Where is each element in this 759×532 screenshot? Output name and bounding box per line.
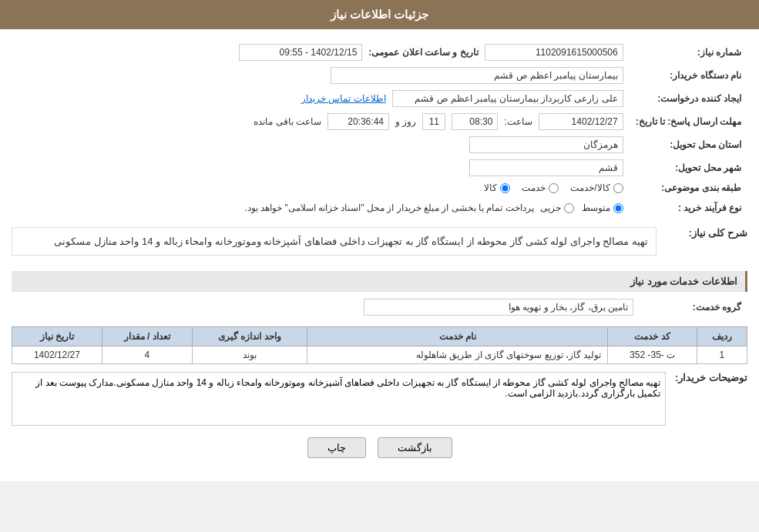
deadline-days: 11 [422, 113, 445, 130]
grid-cell-quantity: 4 [102, 346, 192, 364]
deadline-remaining: 20:36:44 [327, 113, 389, 130]
buyer-desc-section: توضیحات خریدار: [12, 372, 747, 426]
grid-header-qty: تعداد / مقدار [102, 327, 192, 346]
print-button[interactable]: چاپ [307, 437, 366, 458]
buyer-desc-label: توضیحات خریدار: [672, 372, 747, 383]
service-group-table: گروه خدمت: تامین برق، گاز، بخار و تهویه … [12, 296, 747, 319]
grid-header-code: کد خدمت [608, 327, 697, 346]
page-header: جزئیات اطلاعات نیاز [0, 0, 759, 29]
category-radio-kala-khedmat-label: کالا/خدمت [570, 182, 610, 193]
service-group-value: تامین برق، گاز، بخار و تهویه هوا [364, 299, 633, 316]
city-label: شهر محل تحویل: [630, 156, 747, 179]
province-label: استان محل تحویل: [630, 133, 747, 156]
process-radio-jozi-label: جزیی [540, 202, 561, 213]
description-section-title: شرح کلی نیاز: [663, 227, 747, 239]
category-radio-kala-khedmat[interactable]: کالا/خدمت [570, 182, 623, 193]
category-radio-group: کالا/خدمت خدمت کالا [18, 182, 623, 193]
need-number-value: 1102091615000506 [485, 44, 623, 61]
category-radio-khedmat-label: خدمت [522, 182, 546, 193]
buyer-org-value: بیمارستان پیامبر اعظم ص قشم [331, 67, 623, 84]
requester-label: ایجاد کننده درخواست: [630, 87, 747, 110]
buyer-org-label: نام دستگاه خریدار: [630, 64, 747, 87]
grid-header-name: نام خدمت [307, 327, 608, 346]
contact-info-link[interactable]: اطلاعات تماس خریدار [301, 93, 386, 104]
table-row: 1ت -35- 352تولید گاز، توزیع سوختهای گازی… [12, 346, 747, 364]
grid-header-row: ردیف [697, 327, 747, 346]
category-radio-kala-input[interactable] [500, 183, 510, 193]
need-number-label: شماره نیاز: [630, 41, 747, 64]
process-radio-jozi-input[interactable] [564, 203, 574, 213]
buyer-desc-textarea[interactable] [12, 372, 666, 426]
deadline-time: 08:30 [452, 113, 498, 130]
description-text: تهیه مصالح واجرای لوله کشی گاز محوطه از … [54, 236, 648, 247]
deadline-date: 1402/12/27 [539, 113, 623, 130]
deadline-days-label: روز و [395, 116, 416, 127]
main-content: شماره نیاز: 1102091615000506 تاریخ و ساع… [0, 29, 759, 481]
process-label: نوع فرآیند خرید : [630, 196, 747, 219]
deadline-label: مهلت ارسال پاسخ: تا تاریخ: [630, 110, 747, 133]
page-title: جزئیات اطلاعات نیاز [331, 8, 428, 21]
category-radio-kala[interactable]: کالا [484, 182, 510, 193]
back-button[interactable]: بازگشت [378, 437, 452, 458]
service-group-label: گروه خدمت: [640, 296, 747, 319]
process-radio-mutawaset-input[interactable] [613, 203, 623, 213]
process-radio-mutawaset-label: متوسط [582, 202, 610, 213]
province-value: هرمزگان [469, 136, 623, 153]
grid-cell-row: 1 [697, 346, 747, 364]
page-wrapper: جزئیات اطلاعات نیاز شماره نیاز: 11020916… [0, 0, 759, 481]
grid-cell-unit: بوند [192, 346, 307, 364]
grid-cell-date: 1402/12/27 [12, 346, 102, 364]
process-note: پرداخت تمام یا بخشی از مبلغ خریدار از مح… [244, 199, 533, 216]
service-info-title: اطلاعات خدمات مورد نیاز [12, 271, 747, 292]
announce-date-label: تاریخ و ساعت اعلان عمومی: [368, 47, 478, 58]
category-label: طبقه بندی موضوعی: [630, 179, 747, 196]
process-radio-jozi[interactable]: جزیی [540, 202, 574, 213]
description-box: تهیه مصالح واجرای لوله کشی گاز محوطه از … [12, 227, 657, 256]
category-radio-khedmat[interactable]: خدمت [522, 182, 559, 193]
grid-header-date: تاریخ نیاز [12, 327, 102, 346]
grid-cell-code: ت -35- 352 [608, 346, 697, 364]
category-radio-khedmat-input[interactable] [549, 183, 559, 193]
deadline-remaining-label: ساعت باقی مانده [254, 116, 321, 127]
description-section: شرح کلی نیاز: تهیه مصالح واجرای لوله کشی… [12, 227, 747, 263]
grid-cell-name: تولید گاز، توزیع سوختهای گازی از طریق شا… [307, 346, 608, 364]
announce-date-value: 1402/12/15 - 09:55 [239, 44, 362, 61]
process-radio-mutawaset[interactable]: متوسط [582, 202, 623, 213]
category-radio-kala-khedmat-input[interactable] [613, 183, 623, 193]
info-table: شماره نیاز: 1102091615000506 تاریخ و ساع… [12, 41, 747, 219]
grid-header-unit: واحد اندازه گیری [192, 327, 307, 346]
deadline-time-label: ساعت: [504, 116, 532, 127]
button-row: بازگشت چاپ [12, 437, 747, 470]
service-grid: ردیف کد خدمت نام خدمت واحد اندازه گیری ت… [12, 326, 747, 364]
city-value: قشم [469, 159, 623, 176]
category-radio-kala-label: کالا [484, 182, 497, 193]
process-radio-group: متوسط جزیی [540, 202, 623, 213]
requester-value: علی زارعی کاربرداز بیمارستان پیامبر اعظم… [392, 90, 623, 107]
process-row: متوسط جزیی پرداخت تمام یا بخشی از مبلغ خ… [18, 199, 623, 216]
